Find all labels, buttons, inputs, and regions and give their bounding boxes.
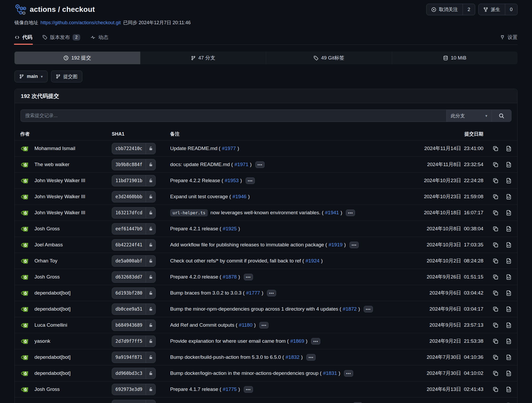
unwatch-button[interactable]: 取消关注 2 [426,4,475,15]
avatar[interactable] [20,369,30,378]
commit-issue-link[interactable]: #1775 [223,386,237,392]
commit-sha-button[interactable]: 2d7d9f7ff5 [112,336,156,347]
browse-source-icon[interactable] [506,242,512,248]
search-button[interactable] [492,110,511,122]
copy-sha-icon[interactable] [493,338,499,344]
browse-source-icon[interactable] [506,146,512,152]
commit-author-name[interactable]: Orhan Toy [34,258,57,264]
commit-issue-link[interactable]: #1777 [246,290,260,296]
branch-selector[interactable]: main ▾ [14,71,48,82]
expand-message-button[interactable]: ••• [259,322,268,329]
commit-issue-link[interactable]: #1872 [343,306,357,312]
copy-sha-icon[interactable] [493,242,499,248]
expand-message-button[interactable]: ••• [306,354,316,361]
commit-sha-button[interactable]: 6ccd57f4c5 [112,400,156,403]
expand-message-button[interactable]: ••• [267,290,276,296]
browse-source-icon[interactable] [506,162,512,168]
mirror-url-link[interactable]: https://github.com/actions/checkout.git [40,20,121,26]
page-title[interactable]: actions / checkout [30,5,95,14]
commit-sha-button[interactable]: de5a000abf [112,255,156,267]
commit-issue-link[interactable]: #1924 [306,258,320,264]
expand-message-button[interactable]: ••• [246,177,255,184]
commit-sha-button[interactable]: dd960bd3c3 [112,368,156,379]
avatar[interactable] [20,352,30,362]
branch-filter-dropdown[interactable]: 此分支 ▾ [446,110,492,122]
commit-sha-button[interactable]: 6d193bf280 [112,287,156,299]
copy-sha-icon[interactable] [493,322,499,328]
commit-graph-button[interactable]: 提交图 [51,71,82,82]
commit-author-name[interactable]: Josh Gross [34,274,60,280]
search-input[interactable] [21,110,446,122]
commit-sha-button[interactable]: e3d2460bbb [112,191,156,202]
avatar[interactable] [20,256,30,266]
expand-message-button[interactable]: ••• [349,242,359,248]
avatar[interactable] [20,224,30,234]
commit-issue-link[interactable]: #1941 [325,210,339,216]
browse-source-icon[interactable] [506,370,512,376]
commit-author-name[interactable]: Josh Gross [34,226,60,232]
tab-code[interactable]: 代码 [14,30,32,44]
browse-source-icon[interactable] [506,386,512,392]
avatar[interactable] [20,288,30,298]
tab-settings[interactable]: 设置 [500,30,518,44]
expand-message-button[interactable]: ••• [244,274,253,280]
expand-message-button[interactable]: ••• [311,338,320,345]
copy-sha-icon[interactable] [493,210,499,216]
commit-sha-button[interactable]: 11bd71901b [112,175,156,186]
avatar[interactable] [20,208,30,218]
commit-issue-link[interactable]: #1977 [222,146,236,151]
avatar[interactable] [20,304,30,314]
avatar[interactable] [20,272,30,282]
browse-source-icon[interactable] [506,210,512,216]
copy-sha-icon[interactable] [493,306,499,312]
copy-sha-icon[interactable] [493,146,499,152]
fork-button[interactable]: 派生 0 [478,4,518,15]
commit-issue-link[interactable]: #1831 [323,370,337,376]
avatar[interactable] [20,385,30,394]
browse-source-icon[interactable] [506,258,512,264]
commit-sha-button[interactable]: 163217dfcd [112,207,156,218]
commit-sha-button[interactable]: d632683dd7 [112,271,156,283]
copy-sha-icon[interactable] [493,226,499,232]
copy-sha-icon[interactable] [493,162,499,168]
fork-count[interactable]: 0 [505,4,517,15]
commit-issue-link[interactable]: #1832 [286,354,300,360]
commit-author-name[interactable]: Luca Comellini [34,322,67,328]
avatar[interactable] [20,176,30,186]
commit-author-name[interactable]: dependabot[bot] [34,306,70,312]
copy-sha-icon[interactable] [493,370,499,376]
copy-sha-icon[interactable] [493,354,499,360]
avatar[interactable] [20,144,30,153]
commit-author-name[interactable]: dependabot[bot] [34,290,70,296]
copy-sha-icon[interactable] [493,178,499,184]
browse-source-icon[interactable] [506,306,512,312]
commit-sha-button[interactable]: 3b9b8c884f [112,159,156,170]
expand-message-button[interactable]: ••• [344,370,353,377]
avatar[interactable] [20,336,30,346]
commit-author-name[interactable]: dependabot[bot] [34,354,70,360]
tab-releases[interactable]: 版本发布 2 [42,30,80,44]
commit-sha-button[interactable]: 692973e3d9 [112,384,156,395]
commit-sha-button[interactable]: db0cee9a51 [112,304,156,315]
expand-message-button[interactable]: ••• [244,386,253,393]
expand-message-button[interactable]: ••• [346,210,355,216]
browse-source-icon[interactable] [506,274,512,280]
copy-sha-icon[interactable] [493,194,499,200]
watch-count[interactable]: 2 [463,4,475,15]
commit-issue-link[interactable]: #1953 [225,178,239,183]
browse-source-icon[interactable] [506,354,512,360]
expand-message-button[interactable]: ••• [255,161,265,168]
stat-size[interactable]: 10 MiB [392,52,518,64]
stat-commits[interactable]: 192 提交 [14,52,140,64]
commit-sha-button[interactable]: b684943689 [112,320,156,331]
copy-sha-icon[interactable] [493,274,499,280]
commit-sha-button[interactable]: 6b42224f41 [112,239,156,251]
avatar[interactable] [20,401,30,403]
tab-activity[interactable]: 动态 [90,30,108,44]
commit-author-name[interactable]: Josh Gross [34,386,60,392]
commit-author-name[interactable]: John Wesley Walker III [34,194,85,200]
avatar[interactable] [20,160,30,170]
browse-source-icon[interactable] [506,194,512,200]
commit-author-name[interactable]: dependabot[bot] [34,370,70,376]
commit-sha-button[interactable]: 9a9194f871 [112,352,156,363]
